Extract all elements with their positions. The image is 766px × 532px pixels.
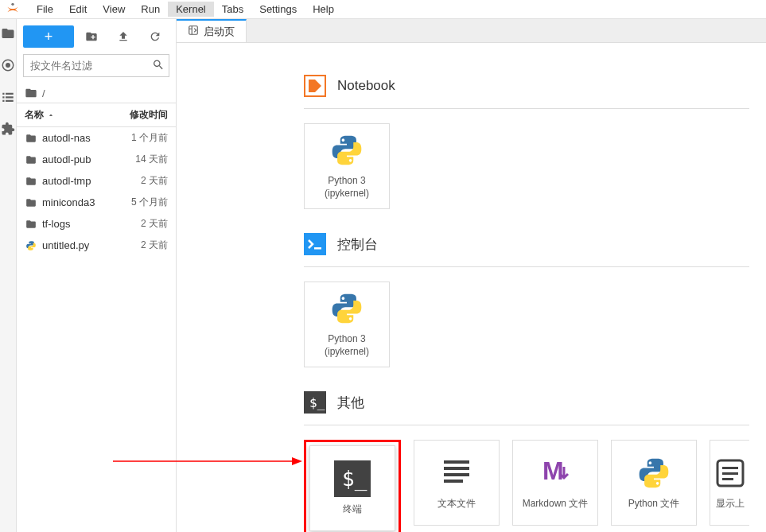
section-title: Notebook [337, 78, 395, 94]
section-notebook: Notebook Python 3 (ipykernel) [304, 75, 749, 209]
terminal-highlight: $_ 终端 [304, 440, 401, 532]
section-title: 控制台 [337, 235, 378, 254]
folder-icon [25, 87, 37, 99]
python-icon [329, 132, 365, 169]
file-modified: 2 天前 [104, 174, 168, 188]
svg-rect-3 [2, 93, 4, 95]
terminal-icon: $_ [334, 460, 371, 497]
python-file-icon [25, 239, 37, 252]
launcher: Notebook Python 3 (ipykernel) [177, 43, 766, 532]
tab-label: 启动页 [204, 25, 235, 39]
filter-input[interactable] [23, 54, 169, 77]
card-label: Python 文件 [628, 498, 680, 511]
launcher-tab-icon [188, 25, 199, 38]
section-other: $_ 其他 $_ 终端 [304, 391, 749, 532]
card-python-notebook[interactable]: Python 3 (ipykernel) [304, 123, 390, 209]
card-python-console[interactable]: Python 3 (ipykernel) [304, 282, 390, 367]
card-python-file[interactable]: Python 文件 [611, 440, 697, 526]
file-name: miniconda3 [42, 196, 104, 208]
folder-icon [25, 153, 37, 166]
new-folder-icon[interactable] [77, 25, 106, 48]
markdown-icon: M [537, 455, 574, 491]
card-label: Markdown 文件 [523, 498, 589, 511]
section-console: 控制台 Python 3 (ipykernel) [304, 233, 749, 367]
tab-bar: 启动页 [177, 19, 766, 43]
svg-rect-25 [722, 478, 733, 480]
section-title: 其他 [337, 394, 364, 412]
running-tab-icon[interactable] [0, 57, 16, 73]
svg-text:M: M [542, 456, 564, 485]
folder-icon [25, 218, 37, 231]
menu-file[interactable]: File [29, 2, 61, 17]
python-icon [329, 290, 365, 327]
file-name: tf-logs [42, 218, 104, 230]
svg-rect-11 [304, 233, 326, 255]
card-label: 终端 [343, 503, 362, 516]
svg-rect-12 [314, 247, 321, 250]
activity-bar [0, 19, 17, 532]
svg-text:$_: $_ [309, 395, 325, 410]
menu-help[interactable]: Help [305, 2, 342, 17]
card-text-file[interactable]: 文本文件 [414, 440, 500, 526]
breadcrumb[interactable]: / [17, 83, 176, 103]
file-modified: 5 个月前 [104, 196, 168, 209]
console-section-icon [304, 233, 326, 255]
svg-rect-17 [444, 460, 469, 464]
svg-rect-19 [444, 473, 469, 476]
card-label: 显示上 [716, 498, 745, 511]
file-row[interactable]: autodl-nas1 个月前 [17, 127, 176, 149]
file-row[interactable]: tf-logs2 天前 [17, 213, 176, 235]
svg-text:$_: $_ [342, 467, 367, 491]
file-name: untitled.py [42, 239, 104, 251]
menu-kernel[interactable]: Kernel [168, 2, 214, 17]
refresh-icon[interactable] [141, 25, 169, 48]
file-modified: 2 天前 [104, 239, 168, 252]
python-icon [636, 455, 672, 491]
svg-rect-5 [2, 96, 4, 98]
card-label: Python 3 (ipykernel) [325, 175, 369, 200]
menubar: File Edit View Run Kernel Tabs Settings … [0, 0, 766, 19]
file-browser: + / 名称 修改时间 [17, 19, 177, 532]
card-terminal[interactable]: $_ 终端 [309, 445, 395, 531]
file-modified: 14 天前 [104, 153, 168, 166]
file-row[interactable]: untitled.py2 天前 [17, 235, 176, 256]
file-row[interactable]: autodl-tmp2 天前 [17, 170, 176, 192]
svg-rect-24 [722, 472, 738, 475]
card-label: Python 3 (ipykernel) [325, 333, 369, 358]
file-name: autodl-tmp [42, 175, 104, 187]
content-area: 启动页 Notebook Python 3 (ipykernel [177, 19, 766, 532]
jupyter-logo [3, 0, 22, 19]
menu-view[interactable]: View [95, 2, 133, 17]
text-file-icon [438, 455, 475, 491]
search-icon [152, 58, 165, 73]
column-modified[interactable]: 修改时间 [104, 108, 168, 122]
svg-rect-6 [6, 96, 14, 98]
filter-box [23, 54, 169, 77]
notebook-section-icon [304, 75, 326, 97]
svg-rect-4 [6, 93, 14, 95]
card-label: 文本文件 [437, 498, 476, 511]
toc-tab-icon[interactable] [0, 89, 16, 105]
file-row[interactable]: autodl-pub14 天前 [17, 149, 176, 170]
other-section-icon: $_ [304, 391, 326, 414]
svg-rect-23 [722, 467, 738, 469]
card-markdown-file[interactable]: M Markdown 文件 [512, 440, 598, 526]
extensions-tab-icon[interactable] [0, 121, 16, 137]
folder-icon [25, 196, 37, 209]
menu-run[interactable]: Run [133, 2, 168, 17]
file-modified: 1 个月前 [104, 131, 168, 145]
file-name: autodl-pub [42, 153, 104, 165]
upload-icon[interactable] [109, 25, 138, 48]
breadcrumb-path: / [42, 87, 45, 99]
menu-edit[interactable]: Edit [61, 2, 95, 17]
menu-settings[interactable]: Settings [251, 2, 305, 17]
context-icon [712, 455, 749, 491]
tab-launcher[interactable]: 启动页 [177, 19, 247, 42]
svg-rect-20 [444, 480, 463, 483]
folder-tab-icon[interactable] [0, 25, 16, 41]
menu-tabs[interactable]: Tabs [214, 2, 251, 17]
card-contextual-help[interactable]: 显示上 [710, 440, 749, 526]
column-name[interactable]: 名称 [25, 108, 104, 122]
file-row[interactable]: miniconda35 个月前 [17, 192, 176, 213]
new-launcher-button[interactable]: + [23, 25, 74, 48]
